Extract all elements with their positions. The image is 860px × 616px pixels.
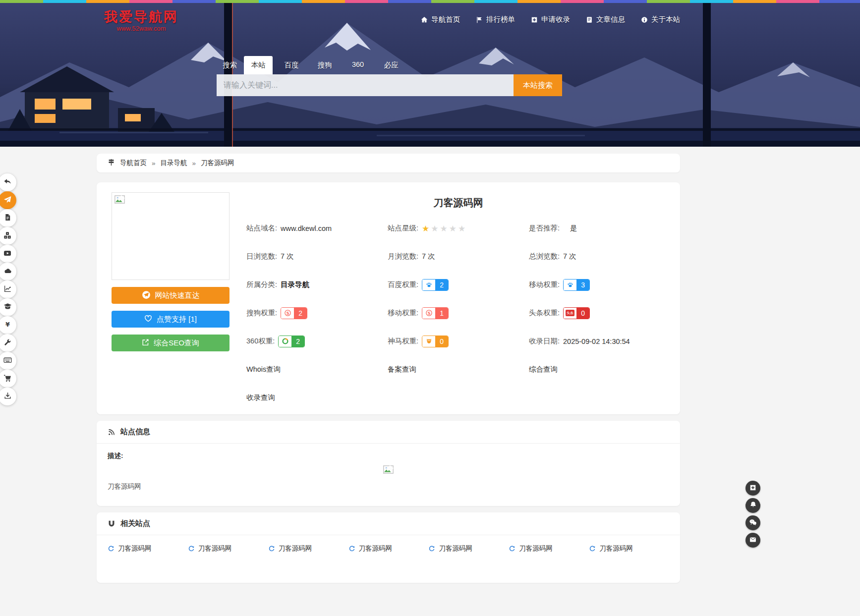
download-icon <box>4 392 11 401</box>
field-index-date: 收录日期: 2025-09-02 14:30:54 <box>529 336 670 347</box>
send-circle-icon <box>142 290 151 301</box>
toutiao-icon: 头条 <box>564 308 576 319</box>
sidebar-item-keyboard[interactable] <box>0 352 16 370</box>
related-sites-heading: 相关站点 <box>120 519 150 528</box>
svg-text:S: S <box>427 311 430 316</box>
shenma-owl-icon <box>422 336 435 347</box>
like-support-button[interactable]: 点赞支持 [1] <box>112 311 229 328</box>
baidu-mobile-weight-badge[interactable]: 3 <box>563 279 590 291</box>
field-baidu-mobile-weight: 移动权重: 3 <box>529 279 670 290</box>
whois-query-link[interactable]: Whois查询 <box>246 365 281 374</box>
quick-visit-button[interactable]: 网站快速直达 <box>112 287 229 304</box>
toutiao-weight-badge[interactable]: 头条 0 <box>563 307 590 319</box>
nav-item-book[interactable]: 文章信息 <box>586 15 625 24</box>
search-tab-搜狗[interactable]: 搜狗 <box>310 56 339 74</box>
recommended-value: 是 <box>570 224 577 233</box>
field-shenma-weight: 神马权重: 0 <box>388 336 529 347</box>
search-prefix-label: 搜索 <box>217 56 244 74</box>
magnet-icon <box>108 520 115 528</box>
related-site-label: 刀客源码网 <box>118 544 152 553</box>
breadcrumb-separator: » <box>152 160 156 167</box>
zonghe-query-link[interactable]: 综合查询 <box>529 365 558 374</box>
sidebar-item-youtube[interactable] <box>0 245 16 263</box>
site-link-icon <box>589 545 596 552</box>
nav-item-info[interactable]: 关于本站 <box>641 15 680 24</box>
sidebar-item-chart-line[interactable] <box>0 280 16 298</box>
related-site-link[interactable]: 刀客源码网 <box>268 544 348 553</box>
site-detail-card: 网站快速直达 点赞支持 [1] 综合SEO查询 刀客源码网 站点域名: www.… <box>97 182 680 414</box>
shoulu-query-link[interactable]: 收录查询 <box>246 393 275 402</box>
related-site-link[interactable]: 刀客源码网 <box>589 544 669 553</box>
banner: 我爱导航网 www.52waw.com 导航首页排行榜单申请收录文章信息关于本站… <box>0 3 860 147</box>
sogou-mobile-weight-badge[interactable]: S 1 <box>422 307 449 319</box>
yen-icon: ¥ <box>4 321 11 330</box>
description-label: 描述: <box>108 451 669 460</box>
search-tab-本站[interactable]: 本站 <box>244 56 273 74</box>
sidebar-item-cubes[interactable] <box>0 227 16 245</box>
document-icon <box>4 214 11 223</box>
cart-icon <box>3 374 11 384</box>
search-button[interactable]: 本站搜索 <box>514 74 562 96</box>
nav-item-home[interactable]: 导航首页 <box>421 15 460 24</box>
map-signs-icon <box>108 159 115 168</box>
main-content: 导航首页 » 目录导航 » 刀客源码网 网站快速直达 点赞支持 [1] 综合SE… <box>97 154 680 583</box>
related-site-link[interactable]: 刀客源码网 <box>348 544 429 553</box>
float-add-button[interactable] <box>745 481 760 496</box>
sidebar-item-document[interactable] <box>0 209 16 227</box>
breadcrumb: 导航首页 » 目录导航 » 刀客源码网 <box>97 154 680 172</box>
float-wechat-button[interactable] <box>745 515 760 530</box>
sidebar-item-reply[interactable] <box>0 173 16 191</box>
360-weight-badge[interactable]: 2 <box>278 336 305 347</box>
baidu-weight-badge[interactable]: 2 <box>422 279 449 291</box>
category-link[interactable]: 目录导航 <box>281 280 309 289</box>
float-notify-button[interactable] <box>745 498 760 513</box>
site-screenshot-placeholder <box>112 192 229 280</box>
sidebar-item-paper-plane[interactable] <box>0 191 16 209</box>
related-site-link[interactable]: 刀客源码网 <box>509 544 589 553</box>
sogou-weight-badge[interactable]: S 2 <box>281 307 307 319</box>
sogou-icon: S <box>422 308 435 319</box>
domain-value[interactable]: www.dkewl.com <box>281 224 332 232</box>
site-link-icon <box>428 545 435 552</box>
related-site-link[interactable]: 刀客源码网 <box>108 544 188 553</box>
sidebar-item-graduation-cap[interactable] <box>0 298 16 316</box>
search-tab-360[interactable]: 360 <box>344 56 372 74</box>
nav-item-flag[interactable]: 排行榜单 <box>476 15 515 24</box>
sidebar-item-cart[interactable] <box>0 370 16 388</box>
sidebar-item-cloud[interactable] <box>0 263 16 280</box>
index-date-value: 2025-09-02 14:30:54 <box>563 337 630 345</box>
float-mail-button[interactable] <box>745 533 760 548</box>
search-tab-百度[interactable]: 百度 <box>277 56 306 74</box>
nav-item-plus-square[interactable]: 申请收录 <box>531 15 570 24</box>
related-site-link[interactable]: 刀客源码网 <box>428 544 509 553</box>
total-views-value: 7 次 <box>563 252 576 261</box>
seo-query-button[interactable]: 综合SEO查询 <box>112 335 229 351</box>
site-link-icon <box>509 545 516 552</box>
breadcrumb-home[interactable]: 导航首页 <box>120 159 147 168</box>
field-monthly-views: 月浏览数: 7 次 <box>388 251 529 262</box>
broken-image-icon <box>383 468 394 475</box>
chart-line-icon <box>4 285 11 294</box>
nav-item-label: 关于本站 <box>651 15 680 24</box>
shenma-weight-badge[interactable]: 0 <box>422 336 449 347</box>
quick-visit-label: 网站快速直达 <box>155 291 200 300</box>
field-360-weight: 360权重: 2 <box>246 336 388 347</box>
like-support-label: 点赞支持 [1] <box>157 315 197 324</box>
sidebar-item-wrench[interactable] <box>0 334 16 352</box>
baidu-paw-icon <box>564 280 576 290</box>
related-site-link[interactable]: 刀客源码网 <box>188 544 268 553</box>
beian-query-link[interactable]: 备案查询 <box>388 365 416 374</box>
sidebar-item-download[interactable] <box>0 388 16 405</box>
field-baidu-weight: 百度权重: 2 <box>388 279 529 290</box>
site-info-grid: 站点域名: www.dkewl.com 站点星级: ★★★★★ 是否推荐: 是 … <box>246 223 670 403</box>
breadcrumb-category[interactable]: 目录导航 <box>161 159 187 168</box>
site-info-column: 刀客源码网 站点域名: www.dkewl.com 站点星级: ★★★★★ 是否… <box>229 192 670 403</box>
sidebar-item-yen[interactable]: ¥ <box>0 316 16 334</box>
site-logo[interactable]: 我爱导航网 www.52waw.com <box>99 9 183 33</box>
search-input[interactable] <box>217 74 514 96</box>
plus-square-icon <box>749 484 756 493</box>
info-icon <box>641 16 648 23</box>
flag-icon <box>476 16 483 23</box>
left-icon-rail: ¥ <box>0 173 16 405</box>
search-tab-必应[interactable]: 必应 <box>377 56 405 74</box>
